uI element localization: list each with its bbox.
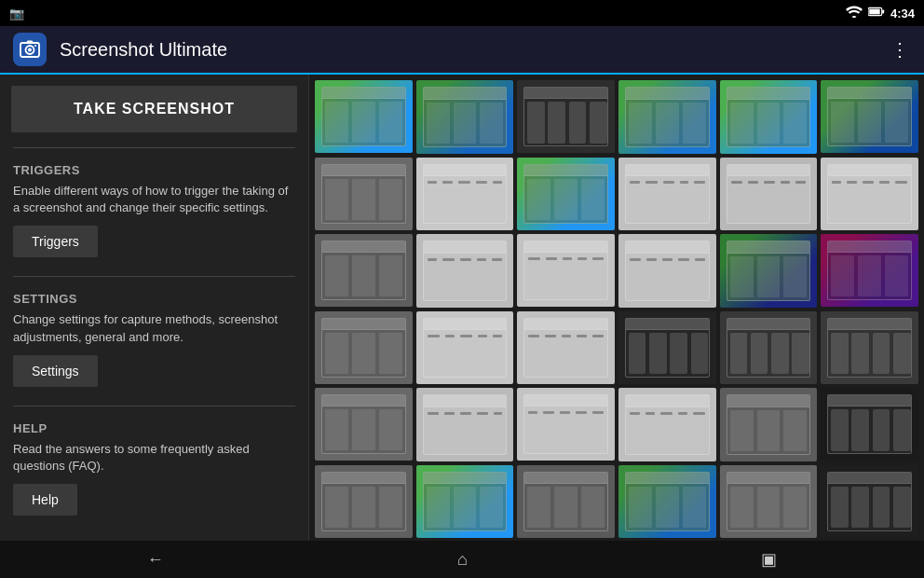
- divider-top: [13, 147, 295, 148]
- wifi-icon: [846, 6, 863, 21]
- svg-point-5: [28, 48, 32, 52]
- screenshot-thumbnail-36[interactable]: [821, 465, 918, 538]
- screenshot-thumbnail-6[interactable]: [821, 80, 918, 153]
- screenshot-thumbnail-19[interactable]: [315, 311, 413, 384]
- screenshot-thumbnail-10[interactable]: [618, 158, 716, 231]
- help-title: HELP: [13, 421, 295, 435]
- screenshot-thumbnail-8[interactable]: [416, 158, 514, 231]
- svg-point-6: [34, 45, 36, 47]
- screenshot-thumbnail-16[interactable]: [618, 234, 716, 308]
- screenshot-thumbnail-25[interactable]: [315, 388, 413, 461]
- screenshot-thumbnail-12[interactable]: [821, 158, 918, 230]
- screenshot-thumbnail-34[interactable]: [618, 465, 716, 539]
- app-icon: [13, 33, 47, 66]
- menu-button[interactable]: ⋮: [890, 38, 911, 61]
- screenshot-thumbnail-11[interactable]: [720, 158, 818, 231]
- triggers-description: Enable different ways of how to trigger …: [13, 183, 295, 216]
- screenshot-thumbnail-5[interactable]: [720, 80, 818, 154]
- screenshot-thumbnail-26[interactable]: [416, 388, 514, 461]
- screenshot-thumbnail-9[interactable]: [517, 158, 615, 230]
- screenshot-thumbnail-27[interactable]: [517, 388, 615, 461]
- settings-button[interactable]: Settings: [13, 355, 98, 387]
- battery-icon: [868, 6, 885, 21]
- screenshot-thumbnail-24[interactable]: [821, 311, 918, 384]
- screenshot-thumbnail-28[interactable]: [618, 388, 716, 461]
- main-layout: TAKE SCREENSHOT TRIGGERS Enable differen…: [0, 75, 924, 578]
- screenshot-thumbnail-2[interactable]: [416, 80, 514, 154]
- status-bar-right: 4:34: [846, 6, 915, 21]
- sidebar-section-settings: SETTINGS Change settings for capture met…: [0, 281, 308, 401]
- screenshot-thumbnail-32[interactable]: [416, 465, 514, 539]
- triggers-button[interactable]: Triggers: [13, 226, 98, 257]
- settings-title: SETTINGS: [13, 292, 295, 306]
- home-button[interactable]: ⌂: [429, 543, 496, 577]
- camera-notification-icon: 📷: [9, 7, 24, 21]
- divider-1: [13, 276, 295, 277]
- screenshot-thumbnail-30[interactable]: [821, 388, 918, 461]
- status-bar: 📷 4:34: [0, 0, 924, 26]
- screenshot-thumbnail-4[interactable]: [618, 80, 716, 154]
- sidebar-section-help: HELP Read the answers to some frequently…: [0, 410, 308, 530]
- help-description: Read the answers to some frequently aske…: [13, 441, 295, 475]
- divider-2: [13, 406, 295, 406]
- screenshot-thumbnail-14[interactable]: [416, 234, 514, 308]
- recent-apps-button[interactable]: ▣: [733, 542, 805, 577]
- screenshot-thumbnail-20[interactable]: [416, 311, 514, 385]
- screenshot-thumbnail-13[interactable]: [315, 234, 413, 307]
- screenshot-thumbnail-29[interactable]: [720, 388, 818, 461]
- screenshot-thumbnail-1[interactable]: [315, 80, 413, 153]
- svg-rect-2: [869, 9, 879, 15]
- screenshot-thumbnail-31[interactable]: [315, 465, 413, 538]
- sidebar: TAKE SCREENSHOT TRIGGERS Enable differen…: [0, 75, 309, 578]
- settings-description: Change settings for capture methods, scr…: [13, 311, 295, 345]
- screenshot-thumbnail-23[interactable]: [720, 311, 818, 385]
- triggers-title: TRIGGERS: [13, 163, 295, 177]
- screenshot-thumbnail-7[interactable]: [315, 158, 413, 230]
- screenshot-thumbnail-35[interactable]: [720, 465, 818, 539]
- screenshot-grid: [309, 75, 924, 578]
- screenshot-thumbnail-33[interactable]: [517, 465, 615, 538]
- back-button[interactable]: ←: [119, 543, 192, 577]
- screenshot-thumbnail-15[interactable]: [517, 234, 615, 307]
- sidebar-section-triggers: TRIGGERS Enable different ways of how to…: [0, 152, 308, 272]
- screenshot-thumbnail-22[interactable]: [618, 311, 716, 385]
- screenshot-thumbnail-18[interactable]: [821, 234, 918, 307]
- app-header: Screenshot Ultimate ⋮: [0, 26, 924, 75]
- help-button[interactable]: Help: [13, 484, 77, 516]
- svg-rect-1: [882, 9, 884, 13]
- time-display: 4:34: [890, 7, 915, 21]
- bottom-nav-bar: ← ⌂ ▣: [0, 541, 924, 578]
- screenshot-thumbnail-21[interactable]: [517, 311, 615, 384]
- screenshot-thumbnail-17[interactable]: [720, 234, 818, 308]
- take-screenshot-button[interactable]: TAKE SCREENSHOT: [11, 86, 297, 132]
- screenshot-thumbnail-3[interactable]: [517, 80, 615, 153]
- app-title: Screenshot Ultimate: [60, 39, 227, 61]
- app-header-left: Screenshot Ultimate: [13, 33, 227, 66]
- status-bar-left: 📷: [9, 7, 24, 21]
